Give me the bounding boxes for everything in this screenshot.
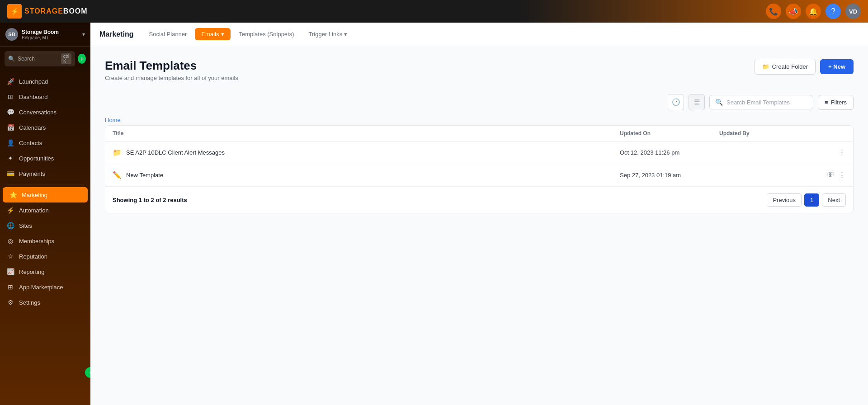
nav-bar: Marketing Social Planner Emails ▾ Templa… [90,23,868,46]
tab-templates-snippets[interactable]: Templates (Snippets) [232,28,300,40]
sidebar-item-label: Automation [19,207,49,214]
sidebar-profile-text: Storage Boom Belgrade, MT [22,29,59,40]
reputation-icon: ☆ [6,253,14,260]
sidebar-item-label: Launchpad [19,78,48,85]
tab-emails[interactable]: Emails ▾ [195,28,231,40]
dashboard-icon: ⊞ [6,93,14,100]
sidebar-item-label: Memberships [19,238,54,245]
sidebar-item-memberships[interactable]: ◎ Memberships [0,233,90,249]
sidebar-item-label: Dashboard [19,94,48,100]
tab-trigger-links[interactable]: Trigger Links ▾ [302,28,354,40]
row2-updated-on: Sep 27, 2023 01:19 am [620,172,719,179]
launchpad-icon: 🚀 [6,78,14,85]
help-button[interactable]: ? [826,4,841,19]
sidebar-item-calendars[interactable]: 📅 Calendars [0,120,90,135]
logo: ⚡ STORAGEBOOM [7,4,88,19]
sidebar-add-button[interactable]: + [78,54,86,64]
breadcrumb[interactable]: Home [105,117,854,123]
sidebar-item-sites[interactable]: 🌐 Sites [0,218,90,233]
sidebar-item-dashboard[interactable]: ⊞ Dashboard [0,89,90,104]
row2-name[interactable]: New Template [126,172,163,179]
column-actions [819,130,846,137]
sidebar-search-box: 🔍 ctrl K [5,51,75,66]
sidebar-profile-name: Storage Boom [22,29,59,35]
previous-page-button[interactable]: Previous [767,193,802,207]
conversations-icon: 💬 [6,108,14,116]
page-subtitle: Create and manage templates for all of y… [105,75,238,81]
sidebar-item-reputation[interactable]: ☆ Reputation [0,249,90,264]
search-email-templates-input[interactable] [726,99,807,106]
sidebar-item-marketing[interactable]: ⭐ Marketing [3,187,88,202]
tab-social-planner[interactable]: Social Planner [143,28,193,40]
sidebar-profile[interactable]: SB Storage Boom Belgrade, MT ▾ [0,23,90,47]
sidebar-profile-info: SB Storage Boom Belgrade, MT [5,28,59,41]
next-page-button[interactable]: Next [822,193,846,207]
recent-view-button[interactable]: 🕐 [668,94,684,110]
create-folder-button[interactable]: 📁 Create Folder [755,59,816,75]
row2-preview-icon[interactable]: 👁 [827,171,835,180]
filters-button[interactable]: ≡ Filters [818,95,854,110]
nav-bar-title: Marketing [99,30,134,38]
row1-actions: ⋮ [819,148,846,157]
phone-button[interactable]: 📞 [766,4,781,19]
sidebar-item-launchpad[interactable]: 🚀 Launchpad [0,74,90,89]
folder-row-icon: 📁 [113,148,122,157]
row2-more-menu-icon[interactable]: ⋮ [838,170,846,180]
search-icon: 🔍 [8,56,15,62]
sidebar-item-label: Calendars [19,124,46,131]
sidebar-item-automation[interactable]: ⚡ Automation [0,202,90,218]
row1-name[interactable]: SE A2P 10DLC Client Alert Messages [126,149,225,156]
page-content: Email Templates Create and manage templa… [90,46,868,405]
contacts-icon: 👤 [6,139,14,146]
payments-icon: 💳 [6,170,14,177]
search-input[interactable] [18,56,58,62]
sidebar-item-label: App Marketplace [19,284,63,291]
sidebar-item-reporting[interactable]: 📈 Reporting [0,264,90,279]
reporting-icon: 📈 [6,268,14,275]
column-updated-on: Updated On [620,130,719,137]
main-layout: SB Storage Boom Belgrade, MT ▾ 🔍 ctrl K … [0,23,868,405]
row2-actions: 👁 ⋮ [819,170,846,180]
table-controls: 🕐 ☰ 🔍 ≡ Filters [105,94,854,110]
sites-icon: 🌐 [6,222,14,229]
page-header: Email Templates Create and manage templa… [105,59,854,81]
row1-title-cell: 📁 SE A2P 10DLC Client Alert Messages [113,148,620,157]
new-button[interactable]: + New [820,59,854,74]
showing-text: Showing 1 to 2 of 2 results [113,197,187,203]
sidebar-item-label: Payments [19,170,45,177]
content-area: Marketing Social Planner Emails ▾ Templa… [90,23,868,405]
sidebar-item-label: Reporting [19,268,44,275]
logo-icon: ⚡ [7,4,22,19]
list-view-button[interactable]: ☰ [689,94,705,110]
sidebar-item-label: Contacts [19,140,42,146]
sidebar-item-payments[interactable]: 💳 Payments [0,166,90,181]
sidebar-item-label: Opportunities [19,155,54,162]
sidebar-search-area: 🔍 ctrl K + [0,47,90,71]
logo-text: STORAGEBOOM [24,7,88,15]
topbar-right: 📞 📣 🔔 ? VD [766,4,861,19]
current-page-button[interactable]: 1 [804,193,819,207]
topbar: ⚡ STORAGEBOOM 📞 📣 🔔 ? VD [0,0,868,23]
trigger-links-dropdown-icon: ▾ [344,31,347,38]
sidebar-item-conversations[interactable]: 💬 Conversations [0,104,90,120]
user-avatar[interactable]: VD [845,4,861,19]
sidebar-item-contacts[interactable]: 👤 Contacts [0,135,90,151]
sidebar-item-label: Conversations [19,109,57,116]
settings-icon: ⚙ [6,299,14,306]
sidebar-item-label: Sites [19,222,32,229]
row1-more-menu-icon[interactable]: ⋮ [838,148,846,157]
row2-title-cell: ✏️ New Template [113,171,620,179]
emails-dropdown-icon: ▾ [221,31,224,38]
sidebar-profile-chevron-icon[interactable]: ▾ [82,31,85,38]
bell-button[interactable]: 🔔 [806,4,821,19]
opportunities-icon: ✦ [6,155,14,162]
template-row-icon: ✏️ [113,171,122,179]
sidebar-avatar: SB [5,28,18,41]
sidebar-item-app-marketplace[interactable]: ⊞ App Marketplace [0,279,90,295]
sidebar-item-settings[interactable]: ⚙ Settings [0,295,90,310]
topbar-left: ⚡ STORAGEBOOM [7,4,88,19]
calendars-icon: 📅 [6,124,14,131]
sidebar-item-opportunities[interactable]: ✦ Opportunities [0,151,90,166]
megaphone-button[interactable]: 📣 [786,4,801,19]
table-footer: Showing 1 to 2 of 2 results Previous 1 [105,187,853,213]
